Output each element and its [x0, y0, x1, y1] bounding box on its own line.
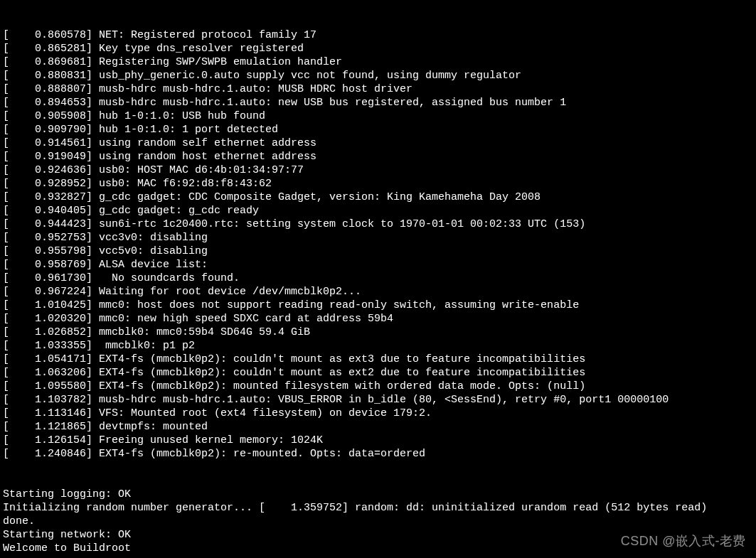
- kernel-log-line: [ 1.126154] Freeing unused kernel memory…: [3, 434, 753, 447]
- kernel-log-line: [ 0.952753] vcc3v0: disabling: [3, 231, 753, 245]
- userland-log-block: Starting logging: OKInitializing random …: [3, 488, 753, 555]
- kernel-log-block: [ 0.860578] NET: Registered protocol fam…: [3, 28, 753, 461]
- log-line: Starting logging: OK: [3, 488, 753, 501]
- kernel-log-line: [ 1.063206] EXT4-fs (mmcblk0p2): couldn'…: [3, 366, 753, 380]
- kernel-log-line: [ 0.944423] sun6i-rtc 1c20400.rtc: setti…: [3, 218, 753, 231]
- kernel-log-line: [ 0.888807] musb-hdrc musb-hdrc.1.auto: …: [3, 82, 753, 96]
- kernel-log-line: [ 1.033355] mmcblk0: p1 p2: [3, 339, 753, 353]
- kernel-log-line: [ 0.860578] NET: Registered protocol fam…: [3, 28, 753, 42]
- log-line: Welcome to Buildroot: [3, 542, 753, 555]
- kernel-log-line: [ 0.940405] g_cdc gadget: g_cdc ready: [3, 204, 753, 218]
- kernel-log-line: [ 0.865281] Key type dns_resolver regist…: [3, 42, 753, 55]
- kernel-log-line: [ 0.932827] g_cdc gadget: CDC Composite …: [3, 191, 753, 204]
- kernel-log-line: [ 0.919049] using random host ethernet a…: [3, 150, 753, 163]
- kernel-log-line: [ 0.914561] using random self ethernet a…: [3, 136, 753, 150]
- kernel-log-line: [ 1.026852] mmcblk0: mmc0:59b4 SD64G 59.…: [3, 326, 753, 339]
- kernel-log-line: [ 0.880831] usb_phy_generic.0.auto suppl…: [3, 69, 753, 82]
- kernel-log-line: [ 0.958769] ALSA device list:: [3, 258, 753, 272]
- kernel-log-line: [ 0.869681] Registering SWP/SWPB emulati…: [3, 55, 753, 69]
- kernel-log-line: [ 0.905908] hub 1-0:1.0: USB hub found: [3, 109, 753, 123]
- kernel-log-line: [ 1.121865] devtmpfs: mounted: [3, 420, 753, 434]
- kernel-log-line: [ 1.240846] EXT4-fs (mmcblk0p2): re-moun…: [3, 447, 753, 461]
- kernel-log-line: [ 0.961730] No soundcards found.: [3, 272, 753, 285]
- kernel-log-line: [ 1.095580] EXT4-fs (mmcblk0p2): mounted…: [3, 380, 753, 393]
- log-line: done.: [3, 515, 753, 528]
- log-line: Initializing random number generator... …: [3, 501, 753, 515]
- kernel-log-line: [ 0.967224] Waiting for root device /dev…: [3, 285, 753, 299]
- kernel-log-line: [ 0.955798] vcc5v0: disabling: [3, 245, 753, 258]
- kernel-log-line: [ 1.010425] mmc0: host does not support …: [3, 299, 753, 312]
- kernel-log-line: [ 1.113146] VFS: Mounted root (ext4 file…: [3, 407, 753, 420]
- kernel-log-line: [ 0.894653] musb-hdrc musb-hdrc.1.auto: …: [3, 96, 753, 109]
- kernel-log-line: [ 1.020320] mmc0: new high speed SDXC ca…: [3, 312, 753, 326]
- terminal-output[interactable]: [ 0.860578] NET: Registered protocol fam…: [0, 0, 756, 558]
- kernel-log-line: [ 1.054171] EXT4-fs (mmcblk0p2): couldn'…: [3, 353, 753, 366]
- kernel-log-line: [ 1.103782] musb-hdrc musb-hdrc.1.auto: …: [3, 393, 753, 407]
- log-line: Starting network: OK: [3, 528, 753, 542]
- kernel-log-line: [ 0.924636] usb0: HOST MAC d6:4b:01:34:9…: [3, 163, 753, 177]
- kernel-log-line: [ 0.909790] hub 1-0:1.0: 1 port detected: [3, 123, 753, 136]
- kernel-log-line: [ 0.928952] usb0: MAC f6:92:d8:f8:43:62: [3, 177, 753, 191]
